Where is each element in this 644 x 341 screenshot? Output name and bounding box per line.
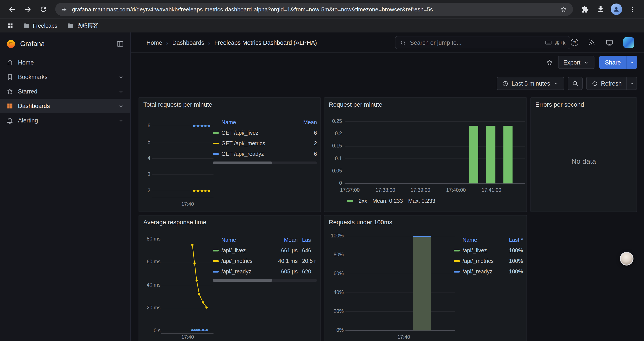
- chevron-down-icon[interactable]: [118, 74, 124, 80]
- sidebar-item-home[interactable]: Home: [0, 55, 130, 70]
- y-axis-tick: 5: [139, 139, 150, 145]
- dashboards-grid-icon: [6, 102, 14, 110]
- panel-request-per-minute: Request per minute 0.25 0.2 0.15 0.1 0.0…: [324, 97, 527, 212]
- x-axis-tick: 17:37:00: [336, 187, 364, 193]
- floating-assistant-avatar[interactable]: [620, 252, 634, 265]
- y-axis-tick: 20 ms: [139, 305, 160, 311]
- bookmark-star-icon[interactable]: [560, 6, 567, 13]
- forward-icon[interactable]: [20, 2, 35, 17]
- collapse-sidebar-icon[interactable]: [116, 40, 124, 48]
- no-data-message: No data: [531, 111, 636, 212]
- legend-col-name[interactable]: Name: [222, 237, 272, 243]
- user-avatar[interactable]: [624, 37, 634, 48]
- news-rss-icon[interactable]: [588, 39, 595, 46]
- y-axis-tick: 0: [324, 180, 342, 186]
- url-text[interactable]: grafana.mathmast.com/d/deytv4rwavabkb/fr…: [72, 6, 556, 13]
- apps-grid-icon[interactable]: [7, 22, 14, 29]
- breadcrumb-dashboards[interactable]: Dashboards: [172, 39, 204, 46]
- scrollbar-thumb[interactable]: [212, 279, 272, 282]
- export-button[interactable]: Export: [558, 56, 594, 69]
- legend-row[interactable]: /api/_livez 661 µs 646: [212, 245, 317, 256]
- y-axis-tick: 4: [139, 155, 150, 161]
- y-axis-tick: 80 ms: [139, 236, 160, 242]
- y-axis-tick: 100%: [324, 233, 344, 239]
- sidebar-item-dashboards[interactable]: Dashboards: [0, 99, 130, 113]
- line-chart[interactable]: [152, 120, 214, 201]
- legend-series-name[interactable]: 2xx: [358, 198, 367, 204]
- bar-chart[interactable]: [344, 118, 525, 188]
- downloads-icon[interactable]: [593, 2, 608, 17]
- legend-row[interactable]: /api/_metrics 100%: [454, 256, 523, 266]
- sidebar-item-bookmarks[interactable]: Bookmarks: [0, 70, 130, 84]
- bar-chart[interactable]: [346, 233, 455, 334]
- legend-row[interactable]: /api/_metrics 40.1 ms 20.5 r: [212, 256, 317, 266]
- grafana-logo[interactable]: [6, 39, 16, 49]
- legend-row[interactable]: /api/_livez 100%: [454, 245, 523, 256]
- legend-row[interactable]: /api/_readyz 100%: [454, 266, 523, 277]
- panel-title[interactable]: Errors per second: [535, 101, 584, 108]
- favorite-star-icon[interactable]: [546, 59, 553, 66]
- legend-row[interactable]: GET /api/_metrics 2: [212, 138, 317, 149]
- series-swatch: [454, 260, 460, 262]
- legend-row[interactable]: GET /api/_readyz 6: [212, 149, 317, 159]
- sidebar-item-starred[interactable]: Starred: [0, 84, 130, 99]
- breadcrumb-home[interactable]: Home: [146, 39, 162, 46]
- y-axis-tick: 60 ms: [139, 259, 160, 265]
- x-axis-tick: 17:41:00: [478, 187, 506, 193]
- address-bar[interactable]: grafana.mathmast.com/d/deytv4rwavabkb/fr…: [55, 3, 573, 16]
- alerting-bell-icon: [6, 117, 14, 124]
- panel-title[interactable]: Total requests per minute: [143, 101, 212, 108]
- refresh-interval-caret[interactable]: [626, 77, 637, 90]
- bookmark-folder-freeleaps[interactable]: Freeleaps: [23, 22, 57, 29]
- panel-errors-per-second: Errors per second No data: [530, 97, 637, 212]
- share-split-button: Share: [599, 56, 637, 69]
- series-swatch: [212, 271, 219, 272]
- panel-title[interactable]: Request per minute: [329, 101, 382, 108]
- legend-scrollbar[interactable]: [212, 279, 317, 282]
- reload-icon[interactable]: [36, 2, 51, 17]
- panel-title[interactable]: Requests under 100ms: [329, 219, 392, 226]
- breadcrumb-separator: ›: [166, 39, 168, 46]
- extensions-icon[interactable]: [577, 2, 592, 17]
- share-caret[interactable]: [626, 56, 637, 69]
- screenshot-root: grafana.mathmast.com/d/deytv4rwavabkb/fr…: [0, 0, 644, 341]
- legend-col-mean[interactable]: Mean: [272, 237, 298, 243]
- help-icon[interactable]: ?: [571, 39, 578, 46]
- breadcrumb-current: Freeleaps Metrics Dashboard (ALPHA): [214, 39, 317, 46]
- legend-scrollbar[interactable]: [212, 162, 317, 164]
- search-box[interactable]: ⌘+k: [395, 36, 570, 49]
- legend-row[interactable]: GET /api/_livez 6: [212, 128, 317, 138]
- chevron-down-icon[interactable]: [118, 88, 124, 95]
- site-settings-icon[interactable]: [61, 6, 68, 13]
- search-input[interactable]: [410, 39, 542, 46]
- legend-col-last[interactable]: Last *: [502, 237, 523, 243]
- browser-menu-icon[interactable]: [625, 2, 640, 17]
- legend-table: Name Mean GET /api/_livez 6 GET /api/_me…: [212, 117, 317, 164]
- scrollbar-thumb[interactable]: [212, 162, 272, 164]
- time-range-picker[interactable]: Last 5 minutes: [497, 77, 564, 90]
- y-axis-tick: 0.2: [324, 131, 342, 137]
- legend-max: Max: 0.233: [408, 198, 435, 204]
- browser-profile-avatar[interactable]: [611, 4, 622, 15]
- legend-col-last[interactable]: Las: [298, 237, 317, 243]
- panel-average-response-time: Average response time 80 ms 60 ms 40 ms …: [138, 215, 321, 341]
- legend-col-name[interactable]: Name: [222, 119, 294, 126]
- y-axis-tick: 40 ms: [139, 282, 160, 288]
- refresh-button[interactable]: Refresh: [586, 77, 626, 90]
- panel-title[interactable]: Average response time: [143, 219, 206, 226]
- back-icon[interactable]: [4, 2, 19, 17]
- legend-row[interactable]: /api/_readyz 605 µs 620: [212, 266, 317, 277]
- legend: 2xx Mean: 0.233 Max: 0.233: [347, 198, 435, 204]
- legend-col-mean[interactable]: Mean: [294, 119, 317, 126]
- sidebar-item-alerting[interactable]: Alerting: [0, 113, 130, 128]
- y-axis-tick: 0 s: [139, 328, 160, 333]
- line-chart[interactable]: [161, 236, 214, 337]
- chevron-down-icon[interactable]: [118, 103, 124, 109]
- zoom-out-icon[interactable]: [568, 77, 582, 90]
- chevron-down-icon[interactable]: [118, 117, 124, 124]
- display-icon[interactable]: [606, 39, 613, 47]
- legend-col-name[interactable]: Name: [462, 237, 502, 243]
- y-axis-tick: 6: [139, 123, 150, 129]
- share-button[interactable]: Share: [599, 56, 626, 69]
- bookmark-folder-blogs[interactable]: 收藏博客: [67, 22, 98, 30]
